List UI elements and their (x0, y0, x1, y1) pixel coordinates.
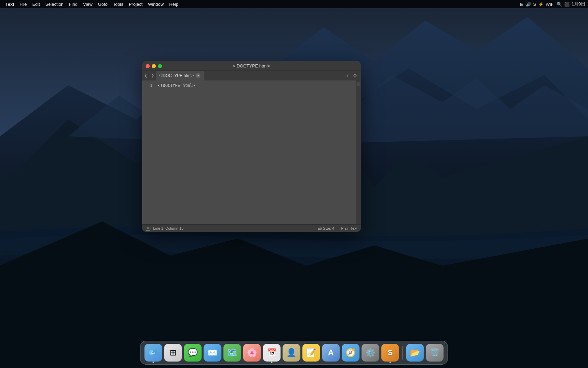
dock-item-launchpad[interactable]: ⊞ (164, 344, 182, 362)
menu-project[interactable]: Project (126, 1, 145, 7)
sublime-running-indicator (390, 362, 391, 363)
dock-item-sublime-text[interactable]: S (381, 344, 399, 362)
tab-size-indicator[interactable]: Tab Size: 4 (316, 226, 334, 230)
add-tab-button[interactable]: + (345, 72, 350, 79)
dock-item-notes[interactable]: 📝 (303, 344, 320, 362)
skype-icon[interactable]: S (533, 2, 536, 7)
line-column-indicator[interactable]: Line 1, Column 16 (153, 226, 183, 230)
menubar-right: ⊞ 🔊 S ⚡ WiFi 🔍 ⬛ 1月9日 (520, 1, 585, 7)
control-center-icon[interactable]: ⊞ (520, 2, 524, 7)
line-number-1: 1 (150, 82, 152, 89)
active-tab[interactable]: <!DOCTYPE html> ● (156, 71, 204, 80)
finder-running-indicator (153, 362, 154, 363)
dock-item-mail[interactable]: ✉️ (204, 344, 222, 362)
menu-selection[interactable]: Selection (43, 1, 66, 7)
svg-text:🗂: 🗂 (151, 350, 156, 355)
dock-item-contacts[interactable]: 👤 (283, 344, 300, 362)
tab-label: <!DOCTYPE html> (159, 73, 194, 78)
syntax-indicator[interactable]: Plain Text (341, 226, 358, 230)
dock-item-messages[interactable]: 💬 (184, 344, 202, 362)
text-cursor (195, 83, 195, 88)
user-icon[interactable]: ⬛ (564, 2, 570, 7)
close-button[interactable] (146, 64, 150, 68)
wifi-icon[interactable]: WiFi (546, 2, 555, 7)
menubar: Text File Edit Selection Find View Goto … (0, 0, 588, 8)
dock-item-appstore[interactable]: A (322, 344, 340, 362)
code-line-1: <!DOCTYPE html> (158, 82, 353, 89)
line-numbers: 1 (142, 80, 155, 224)
dock-item-calendar[interactable]: 📅 (263, 344, 281, 362)
dock-item-safari[interactable]: 🧭 (342, 344, 360, 362)
minimize-button[interactable] (152, 64, 156, 68)
dock-item-files[interactable]: 📂 (406, 344, 424, 362)
dock-item-trash[interactable]: 🗑️ (426, 344, 444, 362)
status-right: Tab Size: 4 Plain Text (316, 226, 357, 230)
menu-edit[interactable]: Edit (30, 1, 43, 7)
minimap-indicator (357, 82, 360, 86)
battery-icon[interactable]: ⚡ (538, 2, 544, 7)
menu-app-name[interactable]: Text (3, 1, 17, 7)
tab-nav-left[interactable]: ❮ (142, 71, 149, 80)
dock-item-system-settings[interactable]: ⚙️ (362, 344, 379, 362)
editor-window: <!DOCTYPE html> ❮ ❯ <!DOCTYPE html> ● + … (142, 61, 361, 232)
search-icon[interactable]: 🔍 (557, 2, 562, 7)
code-area[interactable]: <!DOCTYPE html> (155, 80, 356, 224)
menu-tools[interactable]: Tools (110, 1, 126, 7)
tab-actions: + ⚙ (345, 72, 361, 79)
title-bar: <!DOCTYPE html> (142, 61, 361, 71)
calendar-running-indicator (271, 362, 273, 363)
minimap-toggle-button[interactable] (146, 226, 150, 231)
tab-bar: ❮ ❯ <!DOCTYPE html> ● + ⚙ (142, 71, 361, 80)
window-controls (146, 64, 162, 68)
dock-item-maps[interactable]: 🗺️ (224, 344, 241, 362)
menu-window[interactable]: Window (145, 1, 166, 7)
menu-find[interactable]: Find (66, 1, 80, 7)
tab-nav-right[interactable]: ❯ (149, 71, 156, 80)
window-title: <!DOCTYPE html> (233, 63, 270, 68)
dock: 🗂 ⊞ 💬 ✉️ 🗺️ 🌸 📅 👤 📝 A 🧭 ⚙️ (140, 341, 448, 365)
volume-icon[interactable]: 🔊 (526, 2, 531, 7)
tab-close-button[interactable]: ● (196, 73, 200, 78)
menu-view[interactable]: View (80, 1, 95, 7)
menubar-left: Text File Edit Selection Find View Goto … (3, 1, 181, 7)
menu-file[interactable]: File (17, 1, 30, 7)
editor-content[interactable]: 1 <!DOCTYPE html> (142, 80, 361, 224)
menu-help[interactable]: Help (166, 1, 181, 7)
menu-goto[interactable]: Goto (95, 1, 110, 7)
maximize-button[interactable] (158, 64, 162, 68)
dock-item-photos[interactable]: 🌸 (243, 344, 261, 362)
status-bar: Line 1, Column 16 Tab Size: 4 Plain Text (142, 224, 361, 232)
dock-separator (403, 346, 403, 359)
dock-item-finder[interactable]: 🗂 (145, 344, 162, 362)
code-text-1: <!DOCTYPE html> (158, 82, 195, 89)
datetime: 1月9日 (572, 1, 585, 7)
tab-options-button[interactable]: ⚙ (352, 72, 359, 79)
minimap-area (356, 80, 361, 224)
